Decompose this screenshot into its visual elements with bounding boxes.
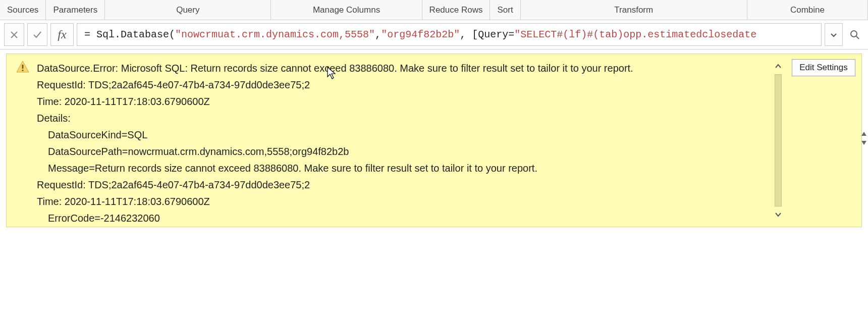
error-line-8: RequestId: TDS;2a2af645-4e07-47b4-a734-9… xyxy=(37,177,763,193)
search-icon xyxy=(850,30,860,40)
check-icon xyxy=(32,30,42,40)
formula-input[interactable]: = Sql.Database( "nowcrmuat.crm.dynamics.… xyxy=(77,23,822,46)
svg-rect-1 xyxy=(22,65,24,69)
ribbon-group-manage-columns[interactable]: Manage Columns xyxy=(271,0,422,20)
ribbon-group-transform[interactable]: Transform xyxy=(521,0,747,20)
ribbon: Sources Parameters Query Manage Columns … xyxy=(0,0,868,20)
error-line-6: DataSourcePath=nowcrmuat.crm.dynamics.co… xyxy=(37,143,763,160)
chevron-down-icon xyxy=(830,31,838,39)
formula-text-sep1: , xyxy=(375,29,381,40)
ribbon-group-reduce-rows[interactable]: Reduce Rows xyxy=(422,0,491,20)
error-line-7: Message=Return records size cannot excee… xyxy=(37,160,763,177)
formula-text-sep2: , [Query= xyxy=(460,29,514,40)
error-body: DataSource.Error: Microsoft SQL: Return … xyxy=(7,54,771,227)
formula-text-prefix: = Sql.Database( xyxy=(84,29,175,40)
error-line-4: Details: xyxy=(37,110,763,127)
chevron-up-icon xyxy=(775,63,782,70)
chevron-down-icon xyxy=(775,211,782,218)
formula-text-arg1: "nowcrmuat.crm.dynamics.com,5558" xyxy=(175,29,375,40)
error-actions: Edit Settings xyxy=(786,54,861,227)
error-line-1: DataSource.Error: Microsoft SQL: Return … xyxy=(37,60,763,77)
error-line-2: RequestId: TDS;2a2af645-4e07-47b4-a734-9… xyxy=(37,77,763,93)
svg-rect-2 xyxy=(22,70,24,71)
ribbon-group-combine[interactable]: Combine xyxy=(747,0,868,20)
cancel-button[interactable] xyxy=(4,23,24,46)
scroll-thumb[interactable] xyxy=(775,74,782,206)
close-icon xyxy=(10,30,19,39)
ribbon-group-parameters[interactable]: Parameters xyxy=(46,0,105,20)
fx-label[interactable]: fx xyxy=(50,23,74,46)
error-line-3: Time: 2020-11-11T17:18:03.6790600Z xyxy=(37,93,763,110)
triangle-down-icon xyxy=(861,140,867,145)
triangle-up-icon xyxy=(861,131,867,136)
edit-settings-button[interactable]: Edit Settings xyxy=(792,59,855,76)
error-line-9: Time: 2020-11-11T17:18:03.6790600Z xyxy=(37,193,763,210)
formula-expand-button[interactable] xyxy=(825,23,843,46)
error-scrollbar[interactable] xyxy=(771,54,786,227)
formula-text-arg3: "SELECT#(lf)#(tab)opp.estimatedclosedate xyxy=(514,29,756,40)
ribbon-group-sources[interactable]: Sources xyxy=(0,0,46,20)
scroll-down-button[interactable] xyxy=(773,210,783,220)
search-button[interactable] xyxy=(846,23,864,46)
error-line-5: DataSourceKind=SQL xyxy=(37,127,763,143)
warning-icon xyxy=(16,60,30,74)
side-collapse-arrows[interactable] xyxy=(861,131,867,145)
svg-point-0 xyxy=(851,31,857,37)
error-line-10: ErrorCode=-2146232060 xyxy=(37,210,763,227)
scroll-up-button[interactable] xyxy=(773,61,783,71)
ribbon-group-query[interactable]: Query xyxy=(105,0,271,20)
ribbon-group-sort[interactable]: Sort xyxy=(490,0,520,20)
accept-button[interactable] xyxy=(27,23,47,46)
formula-bar: fx = Sql.Database( "nowcrmuat.crm.dynami… xyxy=(0,20,868,49)
error-panel: DataSource.Error: Microsoft SQL: Return … xyxy=(6,54,862,227)
formula-text-arg2: "org94f82b2b" xyxy=(381,29,460,40)
